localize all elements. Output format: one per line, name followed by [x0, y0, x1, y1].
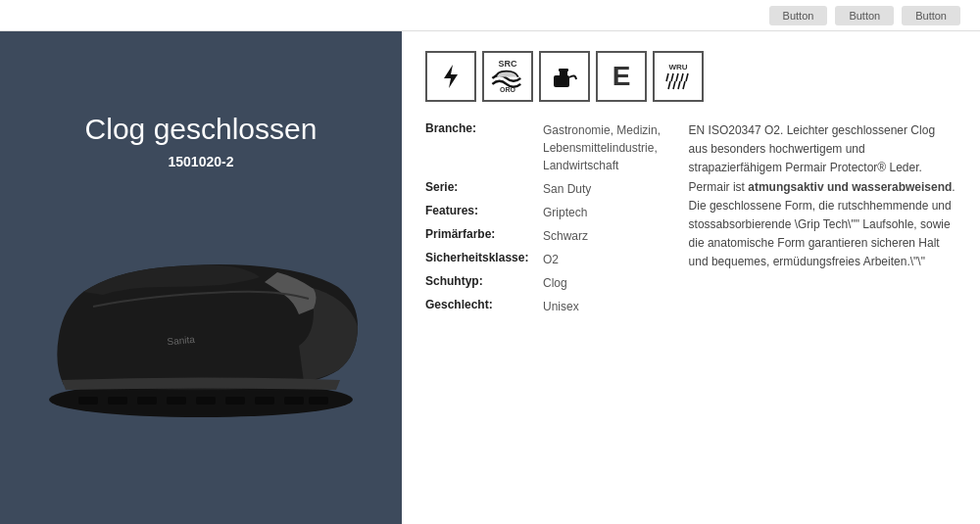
spec-value-features: Griptech [543, 204, 587, 221]
main-content: Clog geschlossen 1501020-2 Sanita [0, 31, 980, 524]
spec-value-farbe: Schwarz [543, 227, 588, 245]
svg-line-21 [678, 81, 680, 89]
svg-line-20 [673, 81, 675, 89]
content-grid: Branche: Gastronomie, Medizin,Lebensmitt… [425, 121, 956, 321]
svg-rect-6 [196, 397, 216, 405]
svg-line-15 [671, 73, 673, 81]
top-btn-1[interactable]: Button [769, 6, 828, 25]
svg-line-18 [686, 73, 688, 81]
src-icon: SRC ORO [482, 51, 533, 102]
spec-row-schuhtyp: Schuhtyp: Clog [425, 274, 669, 292]
icons-row: SRC ORO [425, 51, 956, 102]
svg-line-16 [676, 73, 678, 81]
spec-label-serie: Serie: [425, 180, 543, 194]
spec-value-serie: San Duty [543, 180, 591, 198]
top-bar: Button Button Button [0, 0, 980, 31]
top-btn-2[interactable]: Button [835, 6, 894, 25]
spec-row-sicherheit: Sicherheitsklasse: O2 [425, 251, 669, 268]
e-size-icon: E [596, 51, 647, 102]
spec-label-geschlecht: Geschlecht: [425, 298, 543, 311]
svg-rect-2 [78, 397, 98, 405]
svg-line-22 [683, 81, 685, 89]
spec-label-schuhtyp: Schuhtyp: [425, 274, 543, 288]
left-panel: Clog geschlossen 1501020-2 Sanita [0, 31, 402, 524]
svg-rect-5 [167, 397, 186, 405]
spec-row-geschlecht: Geschlecht: Unisex [425, 298, 669, 315]
svg-rect-10 [309, 397, 328, 405]
spec-value-sicherheit: O2 [543, 251, 559, 268]
spec-row-features: Features: Griptech [425, 204, 669, 221]
shoe-illustration: Sanita [34, 199, 368, 434]
svg-rect-8 [255, 397, 274, 405]
spec-row-farbe: Primärfarbe: Schwarz [425, 227, 669, 245]
spec-value-schuhtyp: Clog [543, 274, 567, 292]
product-title: Clog geschlossen [85, 113, 318, 146]
spec-label-farbe: Primärfarbe: [425, 227, 543, 241]
svg-rect-4 [137, 397, 157, 405]
svg-line-14 [666, 73, 668, 81]
svg-rect-3 [108, 397, 127, 405]
wru-icon: WRU [653, 51, 704, 102]
spec-label-features: Features: [425, 204, 543, 217]
spec-label-sicherheit: Sicherheitsklasse: [425, 251, 543, 264]
water-resistance-icon [539, 51, 590, 102]
spec-value-geschlecht: Unisex [543, 298, 579, 315]
product-description: EN ISO20347 O2. Leichter geschlossener C… [689, 121, 956, 321]
spec-row-branche: Branche: Gastronomie, Medizin,Lebensmitt… [425, 121, 669, 174]
svg-rect-9 [284, 397, 304, 405]
electrical-protection-icon [425, 51, 476, 102]
spec-value-branche: Gastronomie, Medizin,Lebensmittelindustr… [543, 121, 661, 174]
top-btn-3[interactable]: Button [902, 6, 960, 25]
spec-label-branche: Branche: [425, 121, 543, 135]
specs-table: Branche: Gastronomie, Medizin,Lebensmitt… [425, 121, 669, 321]
svg-rect-12 [554, 75, 569, 87]
spec-row-serie: Serie: San Duty [425, 180, 669, 198]
product-image: Sanita [34, 189, 368, 444]
svg-line-17 [681, 73, 683, 81]
svg-rect-7 [225, 397, 245, 405]
right-panel: SRC ORO [402, 31, 980, 524]
svg-line-19 [668, 81, 670, 89]
e-letter: E [612, 61, 631, 92]
svg-marker-11 [444, 65, 458, 88]
product-sku: 1501020-2 [169, 154, 234, 169]
svg-rect-13 [559, 69, 568, 71]
